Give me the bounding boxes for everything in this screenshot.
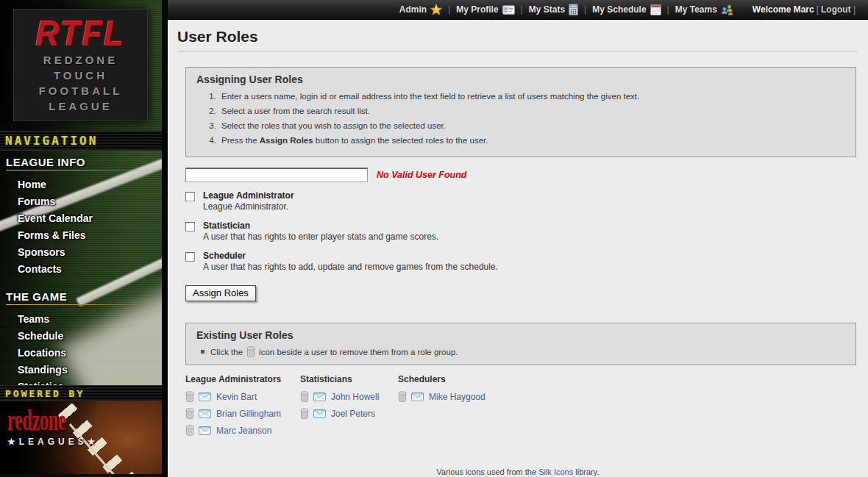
assign-roles-button[interactable]: Assign Roles bbox=[185, 285, 256, 301]
user-link[interactable]: Joel Peters bbox=[331, 409, 375, 419]
role-description: A user that has rights to enter player s… bbox=[203, 232, 438, 243]
role-group-title: Statisticians bbox=[300, 374, 398, 384]
note-text: Click the bbox=[210, 348, 243, 356]
role-group-title: Schedulers bbox=[398, 374, 485, 384]
powered-by-banner: POWERED BY bbox=[0, 385, 162, 401]
page-title: User Roles bbox=[177, 28, 868, 46]
sidebar-divider bbox=[162, 0, 168, 477]
sidebar-item-locations[interactable]: Locations bbox=[0, 345, 162, 362]
remove-user-icon[interactable] bbox=[185, 408, 194, 419]
role-name: Statistician bbox=[203, 220, 438, 232]
sidebar-item-sponsors[interactable]: Sponsors bbox=[0, 244, 162, 261]
user-row: Kevin Bart bbox=[185, 391, 300, 402]
role-description: League Administrator. bbox=[203, 201, 294, 212]
search-error-text: No Valid User Found bbox=[377, 170, 466, 180]
email-icon[interactable] bbox=[199, 426, 211, 435]
topbar-item-my-profile[interactable]: My Profile bbox=[456, 4, 514, 15]
role-name: League Administrator bbox=[203, 190, 294, 201]
topbar: Admin | My Profile | My Stats | My Sched… bbox=[168, 0, 868, 20]
topbar-item-admin[interactable]: Admin bbox=[399, 4, 442, 15]
sidebar-football-area: redzone ★LEAGUES★ bbox=[0, 401, 162, 477]
remove-user-icon[interactable] bbox=[300, 408, 309, 419]
user-link[interactable]: Marc Jeanson bbox=[216, 426, 271, 436]
sidebar-item-home[interactable]: Home bbox=[0, 176, 162, 193]
user-link[interactable]: Brian Gillingham bbox=[216, 409, 281, 419]
email-icon[interactable] bbox=[199, 409, 211, 418]
email-icon[interactable] bbox=[199, 392, 211, 401]
vcard-icon bbox=[502, 5, 515, 15]
user-search-input[interactable] bbox=[185, 168, 368, 182]
instruction-text: Press the bbox=[221, 136, 260, 145]
role-checkbox-scheduler[interactable] bbox=[185, 252, 195, 262]
topbar-item-my-schedule[interactable]: My Schedule bbox=[592, 4, 661, 15]
user-row: Joel Peters bbox=[300, 408, 398, 419]
sidebar-item-schedule[interactable]: Schedule bbox=[0, 328, 162, 345]
user-row: Brian Gillingham bbox=[185, 408, 300, 419]
rtfl-logo: RTFL REDZONE TOUCH FOOTBALL LEAGUE bbox=[13, 9, 148, 121]
sidebar-item-forms-files[interactable]: Forms & Files bbox=[0, 227, 162, 244]
email-icon[interactable] bbox=[313, 409, 326, 418]
logout-link[interactable]: Logout bbox=[821, 4, 851, 15]
remove-user-icon[interactable] bbox=[398, 391, 407, 402]
topbar-item-label: My Profile bbox=[456, 4, 498, 15]
logout-bracket: [ bbox=[817, 4, 819, 15]
silk-icons-link[interactable]: Silk Icons bbox=[538, 467, 573, 476]
user-row: Marc Jeanson bbox=[185, 425, 300, 436]
topbar-item-label: My Teams bbox=[675, 4, 717, 15]
instruction-list: Enter a users name, login id or email ad… bbox=[218, 92, 845, 146]
calendar-icon bbox=[650, 4, 661, 15]
sidebar-item-standings[interactable]: Standings bbox=[0, 362, 162, 379]
role-description: A user that has rights to add, update an… bbox=[203, 262, 498, 273]
user-row: Mike Haygood bbox=[398, 391, 485, 402]
sidebar-item-statistics[interactable]: Statistics bbox=[0, 379, 162, 385]
sidebar-item-forums[interactable]: Forums bbox=[0, 193, 162, 210]
rtfl-logo-line: FOOTBALL bbox=[14, 83, 147, 98]
user-link[interactable]: Mike Haygood bbox=[429, 392, 485, 402]
sidebar-item-teams[interactable]: Teams bbox=[0, 311, 162, 328]
note-text: icon beside a user to remove them from a… bbox=[259, 348, 458, 356]
topbar-separator: | bbox=[667, 4, 669, 15]
instruction-item: Select a user from the search result lis… bbox=[218, 107, 845, 116]
role-checkbox-statistician[interactable] bbox=[185, 222, 195, 232]
sidebar-section-the-game: THE GAME bbox=[0, 285, 162, 307]
sidebar-nav: LEAGUE INFO Home Forums Event Calendar F… bbox=[0, 151, 162, 385]
instruction-bold-text: Assign Roles bbox=[260, 136, 313, 145]
sidebar-logo-area: RTFL REDZONE TOUCH FOOTBALL LEAGUE bbox=[0, 0, 162, 131]
role-groups: League Administrators Kevin Bart Brian G… bbox=[185, 374, 868, 442]
instruction-text: button to assign the selected roles to t… bbox=[313, 136, 488, 145]
email-icon[interactable] bbox=[411, 392, 424, 401]
footer-text: Various icons used from the bbox=[437, 467, 537, 476]
calculator-icon bbox=[569, 4, 578, 15]
sidebar-item-contacts[interactable]: Contacts bbox=[0, 261, 162, 278]
rtfl-logo-acronym: RTFL bbox=[14, 15, 147, 54]
redzone-logo-text: redzone bbox=[7, 406, 65, 435]
user-row: John Howell bbox=[300, 391, 398, 402]
instruction-item: Press the Assign Roles button to assign … bbox=[218, 136, 845, 146]
sidebar-item-event-calendar[interactable]: Event Calendar bbox=[0, 210, 162, 227]
role-checkbox-league-administrator[interactable] bbox=[185, 192, 195, 201]
sidebar-section-league-info: LEAGUE INFO bbox=[0, 151, 162, 173]
topbar-item-my-teams[interactable]: My Teams bbox=[675, 4, 733, 15]
rtfl-logo-line: TOUCH bbox=[14, 68, 147, 83]
panel-title: Existing User Roles bbox=[196, 329, 845, 341]
sidebar: RTFL REDZONE TOUCH FOOTBALL LEAGUE NAVIG… bbox=[0, 0, 162, 477]
remove-user-icon[interactable] bbox=[185, 425, 194, 436]
navigation-banner: NAVIGATION bbox=[0, 131, 162, 151]
remove-user-icon[interactable] bbox=[185, 391, 194, 402]
role-group-league-administrators: League Administrators Kevin Bart Brian G… bbox=[185, 374, 300, 442]
email-icon[interactable] bbox=[313, 392, 326, 401]
rtfl-logo-line: LEAGUE bbox=[14, 98, 147, 114]
redzone-leagues-text: ★LEAGUES★ bbox=[7, 437, 102, 447]
user-link[interactable]: Kevin Bart bbox=[216, 392, 257, 402]
main-content: User Roles Assigning User Roles Enter a … bbox=[168, 21, 868, 477]
panel-title: Assigning User Roles bbox=[196, 73, 845, 85]
title-divider bbox=[177, 51, 857, 51]
sidebar-bottom-strip bbox=[0, 474, 162, 477]
user-link[interactable]: John Howell bbox=[331, 392, 379, 402]
logout-bracket: ] bbox=[853, 4, 855, 15]
topbar-item-my-stats[interactable]: My Stats bbox=[529, 4, 578, 15]
remove-user-icon[interactable] bbox=[300, 391, 309, 402]
topbar-separator: | bbox=[521, 4, 523, 15]
instruction-item: Enter a users name, login id or email ad… bbox=[218, 92, 845, 101]
redzone-leagues-logo: redzone ★LEAGUES★ bbox=[7, 406, 102, 447]
